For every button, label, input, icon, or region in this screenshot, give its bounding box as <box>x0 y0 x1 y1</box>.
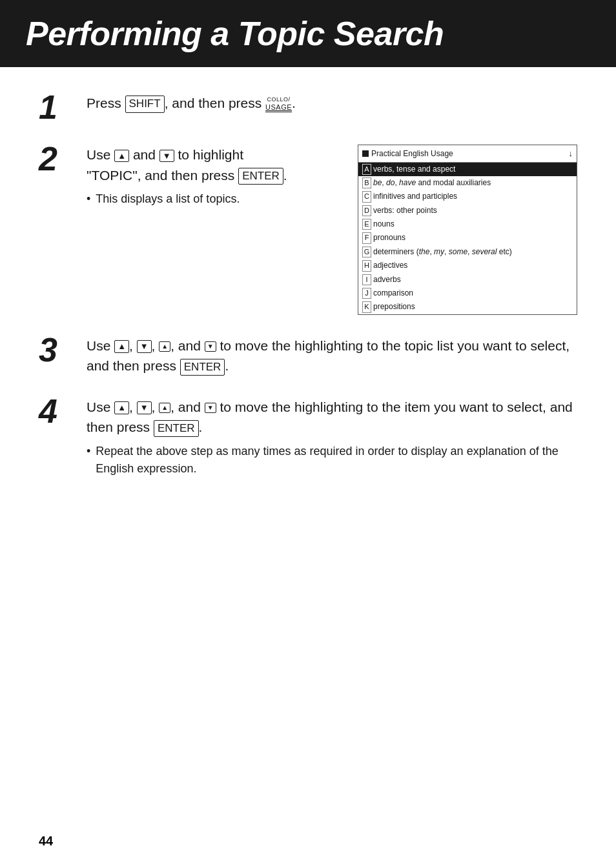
menu-header-left: Practical English Usage <box>362 148 453 159</box>
step-1: 1 Press SHIFT, and then press COLLO/ USA… <box>39 93 577 124</box>
title-bar: Performing a Topic Search <box>0 0 616 67</box>
arrow-down-key-3: ▼ <box>137 340 152 353</box>
step-3-body: Use ▲, ▼, ▲, and ▼ to move the highlight… <box>87 336 577 376</box>
menu-item-2: C infinitives and participles <box>358 190 577 203</box>
arrow-down-key-4: ▼ <box>137 401 152 414</box>
enter-key-3: ENTER <box>180 359 225 376</box>
item-letter-4: E <box>362 219 371 230</box>
arrow-shift-up-key-4: ▲ <box>159 403 170 413</box>
page-container: Performing a Topic Search 1 Press SHIFT,… <box>0 0 616 868</box>
item-text-2: infinitives and participles <box>373 191 457 202</box>
step-3-number: 3 <box>39 333 77 367</box>
menu-header-title: Practical English Usage <box>371 148 453 159</box>
arrow-shift-down-key-3: ▼ <box>205 341 216 352</box>
item-text-4: nouns <box>373 219 395 230</box>
enter-key-2: ENTER <box>238 168 283 185</box>
page-title: Performing a Topic Search <box>26 14 590 53</box>
shift-key: SHIFT <box>125 96 165 112</box>
step-2-bullet: This displays a list of topics. <box>87 190 342 208</box>
collo-bottom: USAGE <box>265 103 292 112</box>
item-text-7: adjectives <box>373 260 407 271</box>
menu-item-3: D verbs: other points <box>358 204 577 217</box>
menu-item-5: F pronouns <box>358 231 577 245</box>
step-4-body: Use ▲, ▼, ▲, and ▼ to move the highlight… <box>87 397 577 478</box>
step-3: 3 Use ▲, ▼, ▲, and ▼ to move the highlig… <box>39 336 577 376</box>
step-2-layout: Use ▲ and ▼ to highlight "TOPIC", and th… <box>87 145 577 315</box>
step-2: 2 Use ▲ and ▼ to highlight "TOPIC", and … <box>39 145 577 315</box>
arrow-up-key-3: ▲ <box>114 340 129 353</box>
step-2-text: Use ▲ and ▼ to highlight "TOPIC", and th… <box>87 145 342 208</box>
menu-scroll-arrow: ↓ <box>569 147 573 160</box>
page-number: 44 <box>39 834 53 849</box>
item-text-1: be, do, have and modal auxiliaries <box>373 177 491 188</box>
content-area: 1 Press SHIFT, and then press COLLO/ USA… <box>0 93 616 478</box>
step-1-number: 1 <box>39 90 77 124</box>
item-text-9: comparison <box>373 288 413 299</box>
step-2-line2: "TOPIC", and then press ENTER. <box>87 165 342 186</box>
arrow-up-key-2: ▲ <box>114 150 129 163</box>
item-text-10: prepositions <box>373 301 415 312</box>
arrow-shift-down-key-4: ▼ <box>205 403 216 413</box>
menu-item-10: K prepositions <box>358 300 577 314</box>
arrow-shift-up-key-3: ▲ <box>159 341 170 352</box>
menu-header: Practical English Usage ↓ <box>358 145 577 163</box>
item-letter-2: C <box>362 191 371 202</box>
menu-item-6: G determiners (the, my, some, several et… <box>358 245 577 259</box>
item-letter-5: F <box>362 232 371 243</box>
step-1-body: Press SHIFT, and then press COLLO/ USAGE… <box>87 93 577 114</box>
collo-usage-key: COLLO/ USAGE <box>265 96 292 112</box>
menu-header-icon <box>362 150 369 157</box>
item-letter-6: G <box>362 247 371 257</box>
menu-box: Practical English Usage ↓ A verbs, tense… <box>358 145 577 315</box>
step1-text-middle: and then press <box>172 96 265 110</box>
item-letter-10: K <box>362 301 371 312</box>
menu-item-0: A verbs, tense and aspect <box>358 163 577 176</box>
item-text-3: verbs: other points <box>373 205 437 216</box>
step-2-number: 2 <box>39 142 77 176</box>
menu-item-4: E nouns <box>358 217 577 231</box>
item-letter-1: B <box>362 177 371 188</box>
item-text-8: adverbs <box>373 274 401 285</box>
menu-item-1: B be, do, have and modal auxiliaries <box>358 176 577 190</box>
step-4-number: 4 <box>39 394 77 428</box>
menu-item-7: H adjectives <box>358 259 577 272</box>
item-text-6: determiners (the, my, some, several etc) <box>373 247 512 257</box>
arrow-up-key-4: ▲ <box>114 401 129 414</box>
item-letter-9: J <box>362 288 371 299</box>
arrow-down-key-2: ▼ <box>159 150 174 163</box>
step-2-line1: Use ▲ and ▼ to highlight <box>87 145 342 165</box>
collo-top: COLLO/ <box>265 96 292 103</box>
step-4-main-text: Use ▲, ▼, ▲, and ▼ to move the highlight… <box>87 397 577 438</box>
enter-key-4: ENTER <box>154 420 199 437</box>
menu-items-list: A verbs, tense and aspect B be, do, have… <box>358 163 577 314</box>
step-4: 4 Use ▲, ▼, ▲, and ▼ to move the highlig… <box>39 397 577 478</box>
step1-text-before: Press <box>87 96 121 110</box>
item-letter-8: I <box>362 274 371 285</box>
item-letter-3: D <box>362 205 371 216</box>
item-letter-0: A <box>362 164 371 175</box>
menu-item-8: I adverbs <box>358 273 577 287</box>
menu-item-9: J comparison <box>358 287 577 300</box>
step-4-bullet: Repeat the above step as many times as r… <box>87 443 577 478</box>
item-text-0: verbs, tense and aspect <box>373 164 455 175</box>
item-letter-7: H <box>362 260 371 271</box>
step-2-body: Use ▲ and ▼ to highlight "TOPIC", and th… <box>87 145 577 315</box>
item-text-5: pronouns <box>373 232 406 243</box>
